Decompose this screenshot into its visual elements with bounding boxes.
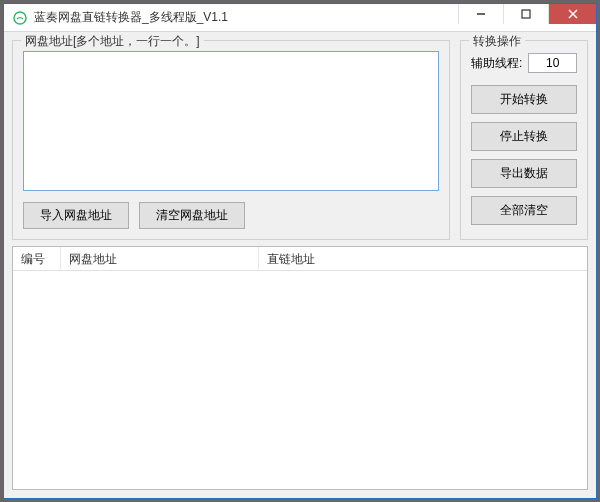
import-address-button[interactable]: 导入网盘地址 xyxy=(23,202,129,229)
address-group-legend: 网盘地址[多个地址，一行一个。] xyxy=(21,33,204,50)
results-header: 编号 网盘地址 直链地址 xyxy=(13,247,587,271)
app-window: 蓝奏网盘直链转换器_多线程版_V1.1 网盘地址[多个地址，一行一个。] xyxy=(3,3,597,499)
convert-group: 转换操作 辅助线程: 开始转换 停止转换 导出数据 全部清空 xyxy=(460,40,588,240)
content-area: 网盘地址[多个地址，一行一个。] 导入网盘地址 清空网盘地址 转换操作 辅助线程… xyxy=(4,32,596,498)
clear-address-button[interactable]: 清空网盘地址 xyxy=(139,202,245,229)
column-header-direct[interactable]: 直链地址 xyxy=(259,247,587,270)
titlebar: 蓝奏网盘直链转换器_多线程版_V1.1 xyxy=(4,4,596,32)
export-data-button[interactable]: 导出数据 xyxy=(471,159,577,188)
svg-rect-2 xyxy=(522,10,530,18)
results-list: 编号 网盘地址 直链地址 xyxy=(12,246,588,490)
upper-panel: 网盘地址[多个地址，一行一个。] 导入网盘地址 清空网盘地址 转换操作 辅助线程… xyxy=(12,40,588,240)
address-textarea[interactable] xyxy=(23,51,439,191)
thread-row: 辅助线程: xyxy=(471,53,577,73)
thread-count-input[interactable] xyxy=(528,53,577,73)
start-convert-button[interactable]: 开始转换 xyxy=(471,85,577,114)
convert-group-legend: 转换操作 xyxy=(469,33,525,50)
stop-convert-button[interactable]: 停止转换 xyxy=(471,122,577,151)
address-group: 网盘地址[多个地址，一行一个。] 导入网盘地址 清空网盘地址 xyxy=(12,40,450,240)
close-button[interactable] xyxy=(548,4,596,24)
clear-all-button[interactable]: 全部清空 xyxy=(471,196,577,225)
app-icon xyxy=(12,10,28,26)
thread-label: 辅助线程: xyxy=(471,55,522,72)
minimize-button[interactable] xyxy=(458,4,503,24)
maximize-button[interactable] xyxy=(503,4,548,24)
results-body[interactable] xyxy=(13,271,587,489)
address-button-row: 导入网盘地址 清空网盘地址 xyxy=(23,202,439,229)
window-controls xyxy=(458,4,596,31)
column-header-number[interactable]: 编号 xyxy=(13,247,61,270)
window-title: 蓝奏网盘直链转换器_多线程版_V1.1 xyxy=(34,9,458,26)
column-header-url[interactable]: 网盘地址 xyxy=(61,247,259,270)
